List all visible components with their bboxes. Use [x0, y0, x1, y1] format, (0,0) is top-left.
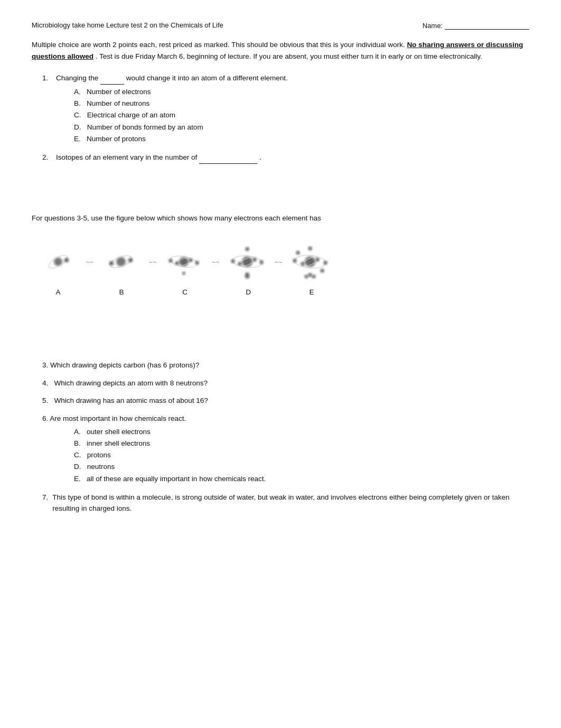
question-3: 3. Which drawing depicts carbon (has 6 p… [42, 360, 529, 371]
q5-number: 5. [42, 397, 52, 404]
svg-point-27 [315, 258, 319, 262]
svg-point-14 [182, 272, 185, 275]
q7-text: This type of bond is within a molecule, … [52, 492, 529, 514]
question-7: 7. This type of bond is within a molecul… [42, 492, 529, 514]
atom-label-E: E [291, 288, 333, 296]
svg-point-24 [245, 274, 249, 279]
intro-text2: . Test is due Friday March 6, beginning … [96, 52, 482, 60]
atom-label-C: C [164, 288, 206, 296]
atom-B-svg [100, 241, 142, 283]
spacer1 [32, 171, 529, 203]
figure-container: ~~ ~~ [32, 230, 529, 301]
q6-choice-e: E. all of these are equally important in… [74, 474, 529, 484]
atom-labels-row: A B C D E [32, 288, 333, 296]
q1-choice-a: A. Number of electrons [74, 87, 529, 97]
q7-row: 7. This type of bond is within a molecul… [42, 492, 529, 514]
svg-point-32 [308, 273, 312, 277]
svg-point-23 [245, 247, 249, 251]
question-5: 5. Which drawing has an atomic mass of a… [42, 395, 529, 407]
q1-number: 1. [42, 72, 52, 85]
q4-text: Which drawing depicts an atom with 8 neu… [54, 379, 208, 387]
svg-point-33 [308, 247, 312, 251]
q1-text: Changing the would change it into an ato… [56, 72, 288, 85]
q1-choice-e: E. Number of protons [74, 134, 529, 144]
question-1: 1. Changing the would change it into an … [42, 72, 529, 144]
q2-number: 2. [42, 152, 52, 164]
intro-block: Multiple choice are worth 2 points each,… [32, 39, 529, 62]
atom-E [289, 241, 331, 283]
q6-choices: A. outer shell electrons B. inner shell … [74, 427, 529, 484]
svg-point-3 [116, 257, 126, 266]
questions-lower-section: 3. Which drawing depicts carbon (has 6 p… [42, 360, 529, 514]
q6-choice-d: D. neutrons [74, 462, 529, 472]
svg-point-12 [195, 261, 199, 265]
q6-choice-b: B. inner shell electrons [74, 438, 529, 449]
q7-number: 7. [42, 492, 48, 514]
atom-B [100, 241, 142, 283]
q6-choice-a: A. outer shell electrons [74, 427, 529, 437]
q4-number: 4. [42, 379, 52, 387]
svg-point-34 [320, 269, 324, 273]
atom-label-A: A [37, 288, 79, 296]
atom-C-svg [163, 241, 205, 283]
q3-number: 3. [42, 361, 50, 369]
svg-point-28 [301, 262, 304, 266]
svg-point-37 [312, 275, 315, 279]
atom-label-D: D [227, 288, 269, 296]
atom-D-svg [226, 241, 268, 283]
svg-point-6 [109, 261, 114, 265]
atom-E-svg [289, 241, 331, 283]
atom-A-svg [37, 241, 79, 283]
svg-point-2 [64, 258, 69, 262]
svg-point-20 [259, 261, 263, 264]
svg-point-35 [296, 251, 300, 255]
q2-text: Isotopes of an element vary in the numbe… [56, 152, 261, 164]
question-6: 6. Are most important in how chemicals r… [42, 413, 529, 484]
name-underline [445, 21, 529, 30]
connector-ab: ~~ [85, 258, 95, 266]
atoms-row: ~~ ~~ [32, 235, 331, 288]
q3-text: Which drawing depicts carbon (has 6 prot… [50, 361, 199, 369]
intro-text1: Multiple choice are worth 2 points each,… [32, 41, 405, 49]
svg-point-17 [253, 258, 256, 262]
q1-choice-d: D. Number of bonds formed by an atom [74, 122, 529, 133]
q6-row: 6. Are most important in how chemicals r… [42, 413, 529, 425]
q6-number: 6. [42, 414, 50, 422]
q1-blank [100, 72, 124, 85]
svg-point-21 [231, 260, 235, 263]
connector-bc: ~~ [147, 258, 157, 266]
q1-choice-b: B. Number of neutrons [74, 98, 529, 109]
header-row: Microbiology take home Lecture test 2 on… [32, 21, 529, 30]
figure-section-label: For questions 3-5, use the figure below … [32, 213, 529, 224]
q1-choices: A. Number of electrons B. Number of neut… [74, 87, 529, 144]
questions-section: 1. Changing the would change it into an … [42, 72, 529, 163]
name-field: Name: [423, 21, 529, 30]
question-4: 4. Which drawing depicts an atom with 8 … [42, 377, 529, 389]
name-label: Name: [423, 22, 443, 30]
atom-A [37, 241, 79, 283]
svg-point-31 [293, 259, 296, 263]
svg-point-18 [238, 262, 241, 266]
question-1-row: 1. Changing the would change it into an … [42, 72, 529, 85]
atom-label-B: B [100, 288, 143, 296]
q6-choice-c: C. protons [74, 450, 529, 460]
spacer2 [32, 312, 529, 344]
svg-point-30 [323, 261, 327, 265]
q6-text: Are most important in how chemicals reac… [50, 414, 186, 422]
atom-C [163, 241, 205, 283]
spacer3 [32, 344, 529, 360]
svg-point-36 [304, 275, 308, 279]
page-title: Microbiology take home Lecture test 2 on… [32, 21, 223, 29]
q5-text: Which drawing has an atomic mass of abou… [54, 397, 208, 404]
svg-point-13 [169, 259, 173, 263]
question-2-row: 2. Isotopes of an element vary in the nu… [42, 152, 529, 164]
connector-cd: ~~ [210, 258, 220, 266]
question-2: 2. Isotopes of an element vary in the nu… [42, 152, 529, 164]
q2-blank [199, 152, 257, 164]
atom-D [226, 241, 268, 283]
connector-de: ~~ [274, 258, 284, 266]
svg-point-5 [128, 258, 133, 262]
q1-choice-c: C. Electrical charge of an atom [74, 110, 529, 121]
